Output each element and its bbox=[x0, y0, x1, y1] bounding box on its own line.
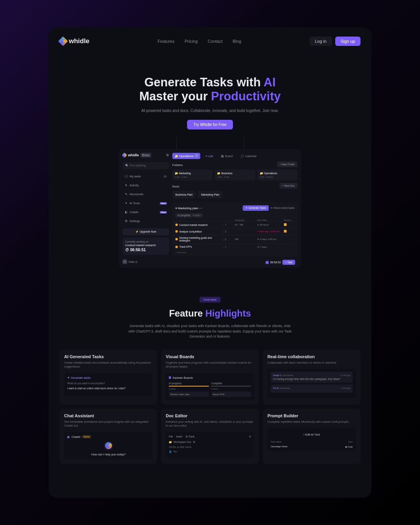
card-visual-boards: Visual Boards Organize and track progres… bbox=[161, 350, 259, 405]
show-closed-toggle[interactable]: ▾ Show closed tasks bbox=[271, 206, 294, 210]
demo-chat: ◐ChatAIAlpha How can I help you today? bbox=[64, 432, 152, 459]
logo-icon bbox=[58, 36, 68, 46]
demo-generate: ✦ Generate tasks What do you want to acc… bbox=[64, 373, 152, 396]
card-doc-editor: Doc Editor Enhance your writing with AI,… bbox=[161, 409, 259, 464]
features-desc: Generate tasks with AI, visualize your t… bbox=[128, 324, 292, 340]
app-preview: whidle Beta ✻ 🔍 Find anything ☐My tasks7… bbox=[119, 149, 301, 268]
tab-list[interactable]: ≡ List bbox=[203, 153, 215, 159]
decor-lines bbox=[142, 130, 278, 149]
tab-board[interactable]: ▦ Board bbox=[219, 153, 235, 159]
nav-contact[interactable]: Contact bbox=[208, 39, 222, 44]
sidebar-item-aitools[interactable]: ✦AI ToolsNew bbox=[122, 200, 169, 206]
timer-icon bbox=[266, 261, 269, 264]
features-title: Feature Highlights bbox=[60, 308, 360, 319]
user-row[interactable]: FG Felix G bbox=[122, 259, 169, 264]
topbar: whidle Features Pricing Contact Blog Log… bbox=[49, 34, 371, 48]
plan-panel: ▾ Marketing plan ⋯ ✦ Generate Tasks ▾ Sh… bbox=[172, 202, 298, 257]
demo-prompt: ‹ Edit AI Tool Tool nameIcon Campaign Id… bbox=[268, 428, 356, 451]
app-main: 📁 Operations ⓘ ≡ List ▦ Board ▢ Calendar… bbox=[172, 153, 298, 264]
add-task-button[interactable]: + Task bbox=[282, 260, 295, 265]
table-row[interactable]: Develop marketing goals and strategies↓ … bbox=[175, 234, 294, 243]
sidebar-item-settings[interactable]: ⚙Settings bbox=[122, 218, 169, 224]
card-collab: Real-time collaboration Collaborate with… bbox=[263, 350, 360, 405]
floating-timer: 06:56:52 + Task bbox=[266, 260, 295, 265]
overview-chip: Overview bbox=[200, 297, 220, 303]
hero: Generate Tasks with AI Master your Produ… bbox=[49, 75, 371, 130]
nav-features[interactable]: Features bbox=[158, 39, 174, 44]
tab-calendar[interactable]: ▢ Calendar bbox=[238, 153, 259, 159]
brand-name: whidle bbox=[69, 37, 89, 45]
docs: Business Plan Marketing Plan bbox=[172, 191, 298, 198]
table-row[interactable]: Track KPI's↓ 1in 7 days, bbox=[175, 243, 294, 250]
flag-icon bbox=[284, 223, 287, 226]
table-row[interactable]: Conduct market research↓ 7FG · WBin 30 h… bbox=[175, 221, 294, 228]
folder-marketing[interactable]: 📁 Marketing1 list · 1 doc bbox=[172, 170, 212, 180]
plan-title: Marketing plan bbox=[178, 206, 198, 210]
folder-operations[interactable]: 📁 Operations1 list · 0 docs bbox=[257, 170, 298, 180]
hero-subtitle: AI-powered tasks and docs. Collaborate, … bbox=[49, 108, 371, 113]
sidebar-item-activity[interactable]: ↯Activity bbox=[122, 182, 169, 189]
board-icon bbox=[169, 376, 171, 379]
card-chat: Chat Assistant Get immediate assistance … bbox=[60, 409, 157, 464]
demo-kanban: Kanban Boards In progress3 tasksMonitor … bbox=[166, 373, 254, 400]
nav-pricing[interactable]: Pricing bbox=[185, 39, 198, 44]
login-button[interactable]: Log in bbox=[310, 37, 332, 46]
cta-button[interactable]: Try Whidle for Free bbox=[187, 120, 233, 130]
add-task-link[interactable]: + Add task bbox=[175, 250, 294, 254]
generate-tasks-button[interactable]: ✦ Generate Tasks bbox=[243, 205, 269, 211]
folders-label: Folders bbox=[172, 163, 183, 167]
sidebar-item-wordsmith[interactable]: ✎Wordsmith bbox=[122, 191, 169, 198]
new-doc-button[interactable]: + New Doc bbox=[280, 183, 298, 189]
timer: ⏱ 06:56:51 bbox=[125, 248, 166, 252]
status-pill: In progress 4 tasks bbox=[175, 213, 203, 217]
app-sidebar: whidle Beta ✻ 🔍 Find anything ☐My tasks7… bbox=[122, 153, 169, 264]
table-header: Assignee Due date Priority bbox=[175, 219, 294, 221]
app-logo: whidle Beta ✻ bbox=[122, 153, 169, 158]
hero-title: Generate Tasks with AI Master your Produ… bbox=[49, 75, 371, 103]
folder-business[interactable]: 📁 Business1 list · 1 doc bbox=[215, 170, 255, 180]
view-tabs: 📁 Operations ⓘ ≡ List ▦ Board ▢ Calendar bbox=[172, 153, 298, 159]
features-section: Overview Feature Highlights Generate tas… bbox=[49, 295, 371, 464]
folders: 📁 Marketing1 list · 1 doc 📁 Business1 li… bbox=[172, 170, 298, 180]
gear-icon[interactable]: ✻ bbox=[166, 153, 169, 157]
nav-blog[interactable]: Blog bbox=[233, 39, 241, 44]
card-prompt: Prompt Builder Complete repetitive tasks… bbox=[263, 409, 360, 464]
sidebar-item-mytasks[interactable]: ☐My tasks7 bbox=[122, 173, 169, 180]
card-ai-tasks: AI Generated Tasks Create detailed tasks… bbox=[60, 350, 157, 405]
avatar: FG bbox=[122, 259, 127, 264]
chat-icon bbox=[104, 441, 113, 450]
flag-icon bbox=[284, 230, 287, 233]
doc-business[interactable]: Business Plan bbox=[172, 191, 196, 198]
logo-icon bbox=[122, 152, 127, 158]
upgrade-button[interactable]: ⚡ Upgrade Now bbox=[122, 228, 169, 235]
features-grid: AI Generated Tasks Create detailed tasks… bbox=[60, 350, 360, 464]
demo-comments: Darigh C commented5 min agoI'm having a … bbox=[268, 369, 356, 398]
close-icon[interactable]: ✕ bbox=[249, 435, 251, 438]
table-row[interactable]: Analyze competition↓ 54 days ago, 12:00 … bbox=[175, 228, 294, 234]
doc-marketing[interactable]: Marketing Plan bbox=[198, 191, 222, 198]
search-input[interactable]: 🔍 Find anything bbox=[122, 162, 169, 169]
auth: Log in Sign up bbox=[310, 37, 360, 46]
signup-button[interactable]: Sign up bbox=[335, 37, 360, 46]
logo: whidle bbox=[60, 37, 89, 45]
docs-label: Docs bbox=[172, 185, 179, 188]
new-folder-button[interactable]: + New Folder bbox=[277, 161, 298, 167]
demo-doc: FileInsertAI Tools✕ 📁 Workspace Doc ⚙ Wr… bbox=[166, 432, 254, 458]
beta-badge: Beta bbox=[140, 153, 151, 158]
nav: Features Pricing Contact Blog bbox=[158, 39, 241, 44]
working-panel: Currently working on: Conduct market res… bbox=[122, 238, 169, 255]
sidebar-item-chatai[interactable]: ◐ChatAINew bbox=[122, 209, 169, 215]
breadcrumb[interactable]: 📁 Operations ⓘ bbox=[172, 153, 200, 159]
